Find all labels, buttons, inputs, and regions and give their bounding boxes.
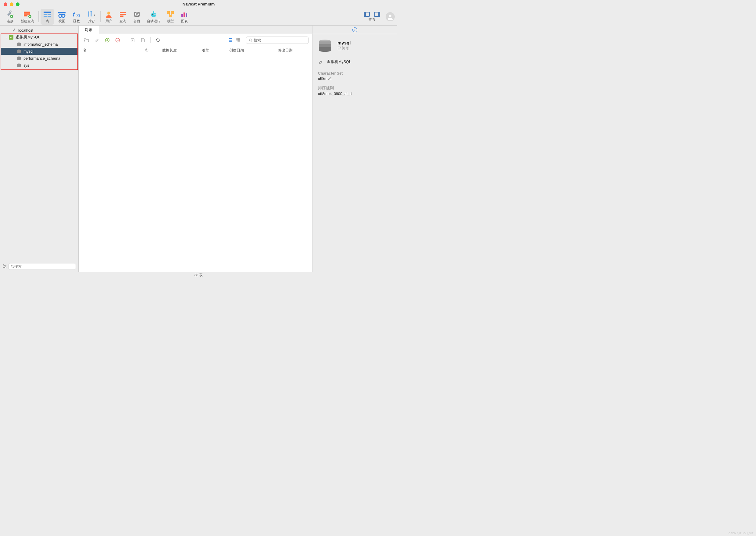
col-rows[interactable]: 行 <box>141 46 158 54</box>
settings-icon[interactable] <box>2 264 7 269</box>
grid-view-button[interactable] <box>234 37 241 43</box>
grid-icon <box>235 38 240 42</box>
chart-icon <box>180 10 188 18</box>
backup-button[interactable]: 备份 <box>130 9 143 25</box>
database-performance-schema[interactable]: performance_schema <box>1 55 77 62</box>
folder-open-icon <box>84 38 89 43</box>
svg-rect-9 <box>48 16 51 17</box>
plug-icon <box>6 10 15 18</box>
avatar-icon <box>386 13 394 20</box>
edit-button[interactable] <box>93 36 101 44</box>
content-search[interactable] <box>246 37 308 44</box>
svg-point-22 <box>151 13 156 17</box>
connection-active-icon <box>9 35 14 40</box>
panel-left-button[interactable] <box>364 12 370 17</box>
col-datalen[interactable]: 数据长度 <box>158 46 198 54</box>
robot-icon <box>149 10 158 18</box>
collation-value: utf8mb4_0900_ai_ci <box>318 92 392 96</box>
col-engine[interactable]: 引擎 <box>198 46 225 54</box>
toolbar-separator <box>38 11 39 22</box>
sidebar-search[interactable] <box>9 263 76 270</box>
connection-icon <box>12 28 17 33</box>
database-icon <box>17 56 22 60</box>
svg-rect-19 <box>120 16 124 17</box>
svg-point-26 <box>155 14 155 15</box>
content-toolbar <box>79 34 312 46</box>
new-query-button[interactable]: 新建查询 <box>18 9 37 25</box>
svg-point-40 <box>3 265 4 266</box>
connection-localhost[interactable]: localhost <box>0 27 78 34</box>
svg-point-45 <box>249 39 251 41</box>
sidebar-footer <box>0 261 78 272</box>
sidebar: localhost ⌄ 虚拟机MySQL information_schema … <box>0 26 79 272</box>
svg-rect-1 <box>24 12 30 13</box>
panel-right-button[interactable] <box>374 12 380 17</box>
query-icon <box>119 10 127 18</box>
svg-rect-10 <box>58 12 65 14</box>
model-button[interactable]: 模型 <box>164 9 177 25</box>
toolbar-separator <box>100 11 101 22</box>
connection-name: 虚拟机MySQL <box>327 59 351 65</box>
query-button[interactable]: 查询 <box>117 9 129 25</box>
plus-circle-icon <box>105 38 110 43</box>
db-status: 已关闭 <box>338 46 350 51</box>
view-icon <box>57 10 66 18</box>
open-button[interactable] <box>82 36 91 44</box>
tools-icon <box>87 10 96 18</box>
user-avatar[interactable] <box>386 12 395 21</box>
svg-rect-32 <box>184 13 185 17</box>
other-button[interactable]: 其它 <box>85 9 98 25</box>
database-mysql[interactable]: mysql <box>1 48 77 55</box>
plug-icon <box>318 59 323 65</box>
refresh-icon <box>156 38 160 43</box>
svg-rect-2 <box>24 14 30 15</box>
add-button[interactable] <box>103 36 112 44</box>
status-bar: 38 表 <box>0 272 397 278</box>
maximize-window-button[interactable] <box>16 2 19 6</box>
chart-button[interactable]: 图表 <box>178 9 191 25</box>
close-window-button[interactable] <box>4 2 7 6</box>
content-search-input[interactable] <box>254 38 306 42</box>
view-button[interactable]: 视图 <box>55 9 69 25</box>
col-created[interactable]: 创建日期 <box>225 46 274 54</box>
info-icon[interactable]: i <box>352 27 357 32</box>
col-name[interactable]: 名 <box>79 46 141 54</box>
svg-rect-5 <box>44 12 51 13</box>
svg-rect-31 <box>181 14 183 17</box>
import-icon <box>130 38 135 43</box>
minimize-window-button[interactable] <box>10 2 14 6</box>
user-icon <box>105 10 113 18</box>
database-information-schema[interactable]: information_schema <box>1 41 77 48</box>
expand-arrow-icon[interactable]: ⌄ <box>5 36 9 39</box>
col-modified[interactable]: 修改日期 <box>274 46 312 54</box>
main-toolbar: 连接 新建查询 表 视图 f(x) 函数 其它 用户 <box>0 8 397 26</box>
model-icon <box>166 10 174 18</box>
tab-objects[interactable]: 对象 <box>79 26 99 34</box>
charset-value: utf8mb4 <box>318 77 392 81</box>
table-button[interactable]: 表 <box>41 9 54 25</box>
svg-rect-3 <box>24 15 27 17</box>
user-button[interactable]: 用户 <box>102 9 115 25</box>
collation-label: 排序规则 <box>318 85 392 91</box>
sidebar-search-input[interactable] <box>14 264 74 269</box>
window-controls <box>4 2 19 6</box>
svg-point-25 <box>152 14 153 15</box>
info-panel-header: i <box>312 26 397 34</box>
import-button[interactable] <box>128 36 137 44</box>
db-name: mysql <box>338 40 350 45</box>
database-icon <box>17 63 22 67</box>
svg-rect-17 <box>120 12 126 13</box>
database-sys[interactable]: sys <box>1 62 77 69</box>
connect-button[interactable]: 连接 <box>3 9 17 25</box>
list-view-button[interactable] <box>227 37 233 43</box>
connection-tree: localhost ⌄ 虚拟机MySQL information_schema … <box>0 26 78 261</box>
export-button[interactable] <box>139 36 147 44</box>
delete-button[interactable] <box>113 36 122 44</box>
function-button[interactable]: f(x) 函数 <box>70 9 83 25</box>
refresh-button[interactable] <box>154 36 162 44</box>
connection-info: 虚拟机MySQL <box>318 59 392 65</box>
automation-button[interactable]: 自动运行 <box>144 9 163 25</box>
charset-label: Character Set <box>318 71 392 76</box>
connection-vm-mysql[interactable]: ⌄ 虚拟机MySQL <box>1 34 77 41</box>
info-panel: i mysql 已关闭 虚拟机MySQL Character Set <box>312 26 397 272</box>
